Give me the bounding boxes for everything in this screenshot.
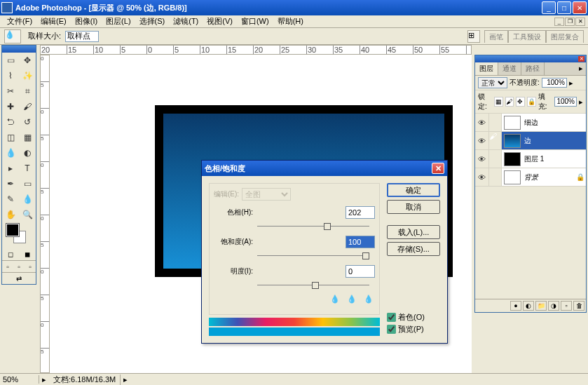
saturation-slider-thumb[interactable] [362, 252, 369, 259]
screen-mode-standard[interactable]: ▫ [2, 261, 13, 272]
magic-wand-tool[interactable]: ✨ [19, 68, 36, 83]
palette-tab-toolpresets[interactable]: 工具预设 [508, 30, 546, 43]
save-button[interactable]: 存储(S)... [387, 242, 440, 256]
panel-menu-icon[interactable]: ▸ [576, 62, 586, 75]
layer-item[interactable]: 👁 🖌 边 [475, 132, 586, 150]
quickmask-mode-button[interactable]: ◼ [19, 248, 36, 260]
delete-layer-button[interactable]: 🗑 [573, 301, 584, 311]
palette-well-toggle[interactable]: ⊞ [467, 30, 480, 43]
hue-input[interactable] [346, 206, 375, 219]
blend-mode-select[interactable]: 正常 [478, 77, 507, 88]
menu-view[interactable]: 视图(V) [203, 15, 237, 27]
gradient-tool[interactable]: ▦ [19, 130, 36, 145]
palette-tab-layercomps[interactable]: 图层复合 [546, 30, 584, 43]
menu-help[interactable]: 帮助(H) [273, 15, 308, 27]
toolbox-grip[interactable] [2, 46, 36, 53]
link-cell[interactable] [489, 168, 502, 186]
crop-tool[interactable]: ✂ [2, 83, 19, 99]
brush-tool[interactable]: 🖌 [19, 99, 36, 114]
window-maximize-button[interactable]: □ [557, 1, 571, 14]
menu-window[interactable]: 窗口(W) [237, 15, 273, 27]
hand-tool[interactable]: ✋ [2, 207, 19, 222]
menu-edit[interactable]: 编辑(E) [36, 15, 71, 27]
tool-preset-picker[interactable]: 💧 [4, 29, 21, 43]
eyedropper-subtract-icon[interactable]: 💧 [364, 295, 375, 306]
menu-select[interactable]: 选择(S) [135, 15, 170, 27]
tab-channels[interactable]: 通道 [498, 62, 521, 75]
standard-mode-button[interactable]: ◻ [2, 248, 19, 260]
eyedropper-add-icon[interactable]: 💧 [347, 295, 358, 306]
layer-thumbnail[interactable] [504, 152, 521, 166]
pen-tool[interactable]: ✒ [2, 176, 19, 191]
cancel-button[interactable]: 取消 [387, 200, 440, 214]
ok-button[interactable]: 确定 [387, 183, 440, 197]
link-cell[interactable]: 🖌 [489, 132, 502, 149]
opacity-flyout-icon[interactable]: ▸ [569, 79, 573, 88]
visibility-toggle-icon[interactable]: 👁 [475, 150, 489, 168]
window-minimize-button[interactable]: _ [542, 1, 556, 14]
lock-position-icon[interactable]: ✥ [516, 97, 525, 107]
zoom-tool[interactable]: 🔍 [19, 207, 36, 222]
lightness-slider-thumb[interactable] [312, 282, 319, 289]
lock-image-icon[interactable]: 🖌 [505, 97, 514, 107]
preview-checkbox[interactable] [387, 325, 396, 334]
new-set-button[interactable]: 📁 [535, 301, 547, 311]
layer-thumbnail[interactable] [504, 170, 521, 184]
palette-tab-brushes[interactable]: 画笔 [484, 30, 508, 43]
lock-transparency-icon[interactable]: ▦ [494, 97, 503, 107]
screen-mode-full[interactable]: ▫ [25, 261, 36, 272]
layer-item[interactable]: 👁 背景 🔒 [475, 168, 586, 187]
zoom-level[interactable]: 50% [0, 375, 39, 384]
status-menu-icon[interactable]: ▸ [121, 375, 130, 384]
adjustment-layer-button[interactable]: ◑ [548, 301, 559, 311]
hue-slider-thumb[interactable] [324, 223, 331, 230]
layer-item[interactable]: 👁 细边 [475, 114, 586, 132]
layer-name[interactable]: 细边 [523, 118, 586, 128]
document-size-info[interactable]: 文档:6.18M/16.3M [49, 374, 121, 385]
clone-stamp-tool[interactable]: ⮌ [2, 114, 19, 130]
history-brush-tool[interactable]: ↺ [19, 114, 36, 130]
lightness-slider[interactable] [257, 281, 369, 290]
dodge-tool[interactable]: ◐ [19, 145, 36, 161]
layer-mask-button[interactable]: ◐ [523, 301, 534, 311]
tab-layers[interactable]: 图层 [475, 62, 498, 75]
layer-name[interactable]: 边 [523, 136, 586, 146]
mdi-minimize-button[interactable]: _ [554, 18, 564, 26]
shape-tool[interactable]: ▭ [19, 176, 36, 191]
window-close-button[interactable]: ✕ [573, 1, 587, 14]
tab-paths[interactable]: 路径 [521, 62, 545, 75]
healing-brush-tool[interactable]: ✚ [2, 99, 19, 114]
eyedropper-icon[interactable]: 💧 [330, 295, 341, 306]
load-button[interactable]: 载入(L)... [387, 225, 440, 239]
colorize-checkbox[interactable] [387, 313, 396, 322]
menu-layer[interactable]: 图层(L) [102, 15, 135, 27]
path-select-tool[interactable]: ▸ [2, 161, 19, 176]
screen-mode-full-menubar[interactable]: ▫ [13, 261, 25, 272]
visibility-toggle-icon[interactable]: 👁 [475, 132, 489, 149]
layer-style-button[interactable]: ● [510, 301, 521, 311]
eraser-tool[interactable]: ◫ [2, 130, 19, 145]
hue-slider[interactable] [257, 222, 369, 231]
layer-thumbnail[interactable] [504, 116, 521, 130]
foreground-color-swatch[interactable] [6, 224, 19, 236]
slice-tool[interactable]: ⌗ [19, 83, 36, 99]
mdi-restore-button[interactable]: ❐ [565, 18, 575, 26]
lightness-input[interactable] [346, 265, 375, 278]
menu-image[interactable]: 图像(I) [71, 15, 102, 27]
opacity-input[interactable]: 100% [542, 78, 567, 88]
notes-tool[interactable]: ✎ [2, 191, 19, 207]
panel-close-icon[interactable]: ✕ [578, 56, 584, 62]
fill-input[interactable]: 100% [554, 97, 577, 107]
eyedropper-tool[interactable]: 💧 [19, 191, 36, 207]
menu-file[interactable]: 文件(F) [3, 15, 36, 27]
new-layer-button[interactable]: ▫ [561, 301, 572, 311]
move-tool[interactable]: ✥ [19, 53, 36, 68]
lock-all-icon[interactable]: 🔒 [527, 97, 536, 107]
fill-flyout-icon[interactable]: ▸ [579, 97, 583, 107]
lasso-tool[interactable]: ⌇ [2, 68, 19, 83]
marquee-tool[interactable]: ▭ [2, 53, 19, 68]
mdi-close-button[interactable]: ✕ [575, 18, 585, 26]
menu-filter[interactable]: 滤镜(T) [169, 15, 203, 27]
visibility-toggle-icon[interactable]: 👁 [475, 114, 489, 131]
dialog-close-button[interactable]: ✕ [432, 163, 444, 174]
